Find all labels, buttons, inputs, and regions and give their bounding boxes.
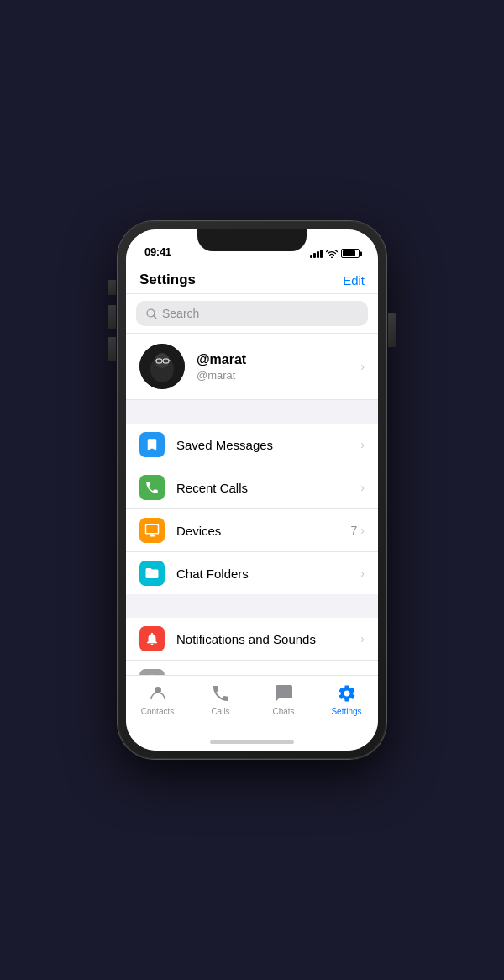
chat-folders-chevron: › xyxy=(360,566,365,580)
power-button xyxy=(388,313,396,347)
battery-icon xyxy=(341,249,360,258)
settings-tab-icon xyxy=(336,682,358,704)
devices-chevron: › xyxy=(360,524,365,537)
saved-messages-label: Saved Messages xyxy=(176,438,360,452)
devices-badge: 7 xyxy=(351,524,358,537)
chats-tab-icon xyxy=(273,682,295,704)
phone-screen: 09:41 Setti xyxy=(126,229,378,751)
contacts-tab-icon xyxy=(147,682,169,704)
devices-icon xyxy=(139,518,165,543)
volume-down-button xyxy=(108,337,116,361)
lock-icon xyxy=(144,674,160,675)
page-title: Settings xyxy=(139,271,196,288)
avatar-image xyxy=(139,344,185,389)
avatar xyxy=(139,344,185,389)
chat-folders-icon xyxy=(139,561,165,586)
tab-chats[interactable]: Chats xyxy=(252,682,315,716)
settings-item-devices[interactable]: Devices 7 › xyxy=(126,509,378,552)
folder-icon xyxy=(144,566,160,581)
recent-calls-icon xyxy=(139,475,165,500)
gear-icon xyxy=(337,683,357,703)
search-container[interactable]: Search xyxy=(126,294,378,334)
tab-settings[interactable]: Settings xyxy=(315,682,378,716)
profile-name: @marat xyxy=(197,352,360,367)
wifi-icon xyxy=(326,250,338,258)
edit-button[interactable]: Edit xyxy=(343,273,365,287)
settings-tab-label: Settings xyxy=(331,707,361,716)
profile-section[interactable]: @marat @marat › xyxy=(126,334,378,400)
notifications-label: Notifications and Sounds xyxy=(176,632,360,646)
home-indicator xyxy=(126,734,378,751)
notch xyxy=(197,229,307,251)
chat-folders-label: Chat Folders xyxy=(176,566,360,581)
status-icons xyxy=(310,249,360,258)
settings-group-1: Saved Messages › Recent Calls › De xyxy=(126,424,378,594)
bell-icon xyxy=(144,631,160,646)
person-icon xyxy=(148,683,168,703)
calls-phone-icon xyxy=(211,683,231,703)
monitor-icon xyxy=(144,523,160,538)
search-bar[interactable]: Search xyxy=(136,301,368,326)
navigation-bar: Settings Edit xyxy=(126,263,378,294)
tab-contacts[interactable]: Contacts xyxy=(126,682,189,716)
settings-content[interactable]: Search xyxy=(126,294,378,675)
volume-up-button xyxy=(108,305,116,329)
recent-calls-chevron: › xyxy=(360,481,365,494)
profile-handle: @marat xyxy=(197,369,360,382)
recent-calls-label: Recent Calls xyxy=(176,481,360,495)
devices-label: Devices xyxy=(176,524,351,538)
privacy-icon xyxy=(139,669,165,675)
contacts-tab-label: Contacts xyxy=(141,707,174,716)
profile-chevron: › xyxy=(360,360,365,373)
notifications-icon xyxy=(139,626,165,651)
saved-messages-icon xyxy=(139,432,165,457)
settings-item-recent-calls[interactable]: Recent Calls › xyxy=(126,466,378,509)
status-time: 09:41 xyxy=(144,245,171,258)
chats-tab-label: Chats xyxy=(272,707,294,716)
settings-item-privacy[interactable]: Privacy and Security › xyxy=(126,661,378,675)
bookmark-icon xyxy=(144,437,160,452)
chat-bubble-icon xyxy=(274,683,294,703)
phone-icon xyxy=(144,480,160,495)
privacy-label: Privacy and Security xyxy=(176,675,360,676)
section-separator-2 xyxy=(126,594,378,618)
silent-switch xyxy=(108,280,116,295)
calls-tab-label: Calls xyxy=(211,707,229,716)
svg-line-1 xyxy=(154,316,156,319)
notifications-chevron: › xyxy=(360,632,365,645)
home-bar xyxy=(210,740,294,744)
settings-group-2: Notifications and Sounds › Privacy and S… xyxy=(126,618,378,675)
tab-bar: Contacts Calls Chats xyxy=(126,675,378,734)
section-separator-1 xyxy=(126,400,378,424)
settings-item-notifications[interactable]: Notifications and Sounds › xyxy=(126,618,378,661)
phone-frame: 09:41 Setti xyxy=(118,221,386,759)
calls-tab-icon xyxy=(210,682,232,704)
profile-info: @marat @marat xyxy=(197,352,360,382)
search-icon xyxy=(146,308,157,319)
search-placeholder: Search xyxy=(162,307,199,320)
saved-messages-chevron: › xyxy=(360,438,365,451)
settings-item-chat-folders[interactable]: Chat Folders › xyxy=(126,552,378,594)
tab-calls[interactable]: Calls xyxy=(189,682,252,716)
signal-icon xyxy=(310,250,323,258)
settings-item-saved-messages[interactable]: Saved Messages › xyxy=(126,424,378,466)
